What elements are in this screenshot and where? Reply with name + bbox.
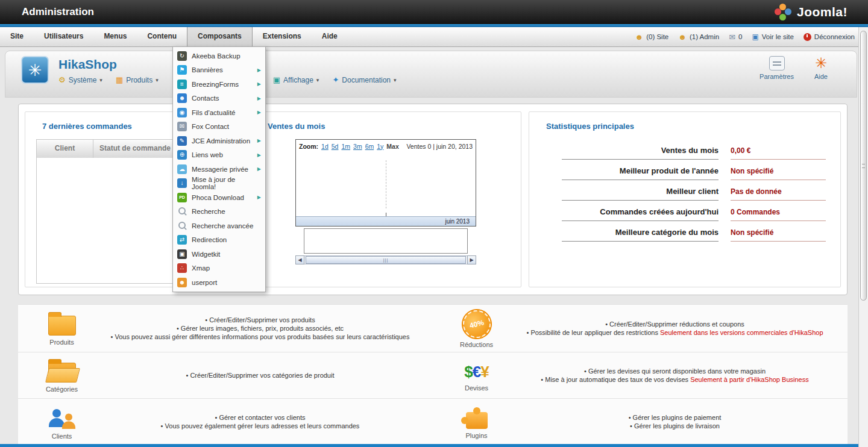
feature-bullet: Créer/Editer/Supprimer réductions et cou… bbox=[605, 320, 744, 328]
menu-utilisateurs[interactable]: Utilisateurs bbox=[34, 27, 93, 46]
toolbar-documentation[interactable]: ✦ Documentation ▾ bbox=[332, 75, 396, 84]
xmap-icon bbox=[177, 263, 187, 273]
categories-shortcut[interactable]: Catégories bbox=[18, 358, 105, 393]
zoom-1d[interactable]: 1d bbox=[321, 143, 329, 150]
feature-bullet: Créer/Editer/Supprimer vos catégories de… bbox=[186, 372, 335, 379]
chart-navigator[interactable] bbox=[304, 228, 468, 254]
submenu-arrow-icon: ▶ bbox=[257, 67, 261, 73]
scrollbar-thumb[interactable]: ||| bbox=[306, 256, 466, 264]
zoom-5d[interactable]: 5d bbox=[332, 143, 339, 150]
clients-shortcut[interactable]: Clients bbox=[18, 404, 105, 440]
admin-users-status[interactable]: ☻ (1) Admin bbox=[678, 33, 719, 41]
banners-icon bbox=[177, 65, 187, 75]
display-icon: ▣ bbox=[273, 75, 280, 84]
components-item-redirection[interactable]: Redirection bbox=[173, 233, 265, 248]
submenu-arrow-icon: ▶ bbox=[257, 152, 261, 158]
produits-shortcut[interactable]: Produits bbox=[18, 311, 105, 346]
userport-icon bbox=[177, 278, 187, 287]
logout-link[interactable]: Déconnexion bbox=[804, 33, 855, 41]
column-client: Client bbox=[37, 140, 93, 158]
toolbar-affichage[interactable]: ▣ Affichage ▾ bbox=[273, 75, 319, 84]
feature-clients: Clients Gérer et contacter vos clients V… bbox=[18, 399, 433, 445]
toolbar-produits[interactable]: ▦ Produits ▾ bbox=[116, 75, 159, 84]
components-item-userport[interactable]: userport bbox=[173, 275, 265, 290]
puzzle-icon bbox=[466, 412, 488, 429]
components-item-breezingforms[interactable]: BreezingForms ▶ bbox=[173, 77, 265, 92]
zoom-6m[interactable]: 6m bbox=[365, 143, 374, 150]
page-scrollbar[interactable] bbox=[858, 27, 868, 447]
scrollbar-thumb[interactable] bbox=[860, 31, 867, 301]
reductions-shortcut[interactable]: 40% Réductions bbox=[433, 308, 520, 348]
components-item-joomla-update[interactable]: Mise à jour de Joomla! bbox=[173, 177, 265, 191]
chevron-down-icon: ▾ bbox=[394, 77, 397, 83]
dashboard: 7 dernières commandes Client Statut de c… bbox=[18, 104, 848, 295]
menu-site[interactable]: Site bbox=[0, 27, 34, 46]
plugins-shortcut[interactable]: Plugins bbox=[433, 405, 520, 439]
scrollbar-track[interactable]: ||| bbox=[304, 255, 467, 264]
main-menubar: Site Utilisateurs Menus Contenu Composan… bbox=[0, 27, 868, 47]
feature-bullet: Gérer les plugins de livraison bbox=[630, 422, 720, 430]
help-button[interactable]: ✳ Aide bbox=[814, 56, 828, 80]
menu-menus[interactable]: Menus bbox=[93, 27, 137, 46]
chart-current-value: Ventes 0 | juin 20, 2013 bbox=[406, 143, 473, 150]
discount-badge-icon: 40% bbox=[460, 307, 494, 341]
messages-status[interactable]: ✉ 0 bbox=[729, 33, 742, 41]
devises-shortcut[interactable]: $€¥ Devises bbox=[433, 359, 520, 392]
menu-aide[interactable]: Aide bbox=[312, 27, 348, 46]
stat-value: 0,00 € bbox=[731, 140, 826, 160]
chart-zoom-row: Zoom: 1d 5d 1m 3m 6m 1y Max Ventes 0 | j… bbox=[296, 140, 476, 152]
currency-icon: $€¥ bbox=[464, 363, 488, 381]
stat-value: Non spécifié bbox=[731, 160, 826, 180]
view-site-link[interactable]: ▣ Voir le site bbox=[752, 33, 793, 41]
site-users-status[interactable]: ☻ (0) Site bbox=[635, 33, 668, 41]
jce-icon bbox=[177, 136, 187, 146]
open-folder-icon bbox=[48, 363, 76, 383]
site-users-icon: ☻ bbox=[635, 33, 643, 41]
components-item-fox-contact[interactable]: Fox Contact bbox=[173, 120, 265, 134]
logout-icon bbox=[804, 33, 811, 41]
settings-button[interactable]: Paramètres bbox=[760, 56, 794, 80]
components-item-recherche-avancee[interactable]: Recherche avancée bbox=[173, 219, 265, 233]
zoom-1y[interactable]: 1y bbox=[377, 143, 383, 150]
menu-contenu[interactable]: Contenu bbox=[137, 27, 187, 46]
feature-row: Clients Gérer et contacter vos clients V… bbox=[18, 399, 848, 445]
components-item-jce-administration[interactable]: JCE Administration ▶ bbox=[173, 134, 265, 148]
toolbar-systeme[interactable]: ⚙ Système ▾ bbox=[58, 75, 102, 84]
components-item-bannieres[interactable]: Bannières ▶ bbox=[173, 63, 265, 78]
chevron-down-icon: ▾ bbox=[156, 77, 159, 83]
components-item-xmap[interactable]: Xmap bbox=[173, 261, 265, 276]
joomla-update-icon bbox=[177, 178, 187, 188]
scroll-left-button[interactable]: ◀ bbox=[295, 255, 304, 264]
feature-devises: $€¥ Devises Gérer les devises qui seront… bbox=[433, 352, 848, 398]
components-item-liens-web[interactable]: Liens web ▶ bbox=[173, 148, 265, 163]
breezingforms-icon bbox=[177, 80, 187, 89]
components-item-recherche[interactable]: Recherche bbox=[173, 205, 265, 219]
components-item-widgetkit[interactable]: Widgetkit bbox=[173, 247, 265, 261]
redirect-icon bbox=[177, 235, 187, 245]
zoom-max[interactable]: Max bbox=[386, 143, 398, 150]
feature-bullet: Gérer les devises qui seront disponibles… bbox=[584, 367, 766, 375]
scroll-right-button[interactable]: ▶ bbox=[467, 255, 476, 264]
menu-extensions[interactable]: Extensions bbox=[253, 27, 312, 46]
zoom-1m[interactable]: 1m bbox=[341, 143, 350, 150]
feature-bullet: Mise à jour automatique des taux de vos … bbox=[541, 376, 808, 383]
weblinks-icon bbox=[177, 150, 187, 160]
phoca-download-icon bbox=[177, 193, 187, 202]
components-dropdown-menu: Akeeba Backup Bannières ▶ BreezingForms … bbox=[172, 46, 266, 292]
components-item-contacts[interactable]: Contacts ▶ bbox=[173, 92, 265, 106]
components-item-messagerie-privee[interactable]: Messagerie privée ▶ bbox=[173, 162, 265, 177]
zoom-3m[interactable]: 3m bbox=[353, 143, 362, 150]
feature-reductions: 40% Réductions Créer/Editer/Supprimer ré… bbox=[433, 305, 848, 352]
feature-bullet: Gérer et contacter vos clients bbox=[215, 414, 306, 421]
components-item-fils-actualite[interactable]: Fils d'actualité ▶ bbox=[173, 105, 265, 120]
clients-icon bbox=[46, 404, 78, 430]
joomla-emblem-icon bbox=[775, 4, 791, 20]
feature-categories: Catégories Créer/Editer/Supprimer vos ca… bbox=[18, 352, 433, 398]
component-title: HikaShop bbox=[58, 57, 117, 72]
menu-composants[interactable]: Composants bbox=[187, 27, 253, 46]
components-item-phoca-download[interactable]: Phoca Download ▶ bbox=[173, 190, 265, 205]
components-item-akeeba-backup[interactable]: Akeeba Backup bbox=[173, 49, 265, 63]
monitor-icon: ▣ bbox=[752, 33, 758, 41]
stat-value: Pas de donnée bbox=[731, 181, 826, 201]
stat-row: Meilleur client Pas de donnée bbox=[562, 180, 826, 201]
